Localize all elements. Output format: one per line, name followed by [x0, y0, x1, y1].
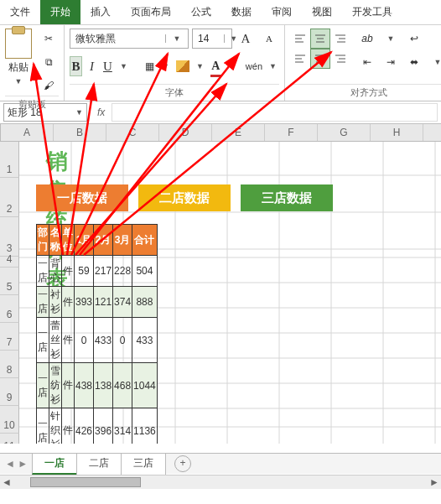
column-header[interactable]: A [1, 124, 54, 141]
chevron-down-icon[interactable]: ▼ [15, 77, 23, 86]
menu-tab[interactable]: 开始 [40, 0, 80, 24]
menu-tab[interactable]: 页面布局 [121, 0, 181, 24]
menu-tab[interactable]: 公式 [181, 0, 221, 24]
table-cell[interactable]: 1136 [132, 408, 158, 444]
table-cell[interactable]: 件 [62, 363, 75, 408]
fill-color-icon[interactable] [175, 56, 190, 76]
row-header[interactable]: 5 [0, 268, 19, 295]
sheet-tab[interactable]: 三店 [121, 453, 166, 475]
decrease-font-icon[interactable]: A [259, 29, 279, 49]
table-cell[interactable]: 314 [113, 408, 132, 444]
increase-font-icon[interactable]: A [236, 29, 256, 49]
table-cell[interactable]: 一店 [37, 256, 49, 287]
menu-tab[interactable]: 审阅 [262, 0, 302, 24]
font-size-combo[interactable]: 14 ▼ [192, 29, 232, 49]
row-header[interactable]: 6 [0, 295, 19, 323]
table-cell[interactable]: 0 [113, 318, 132, 363]
table-cell[interactable]: 一店 [37, 363, 49, 408]
table-cell[interactable]: 件 [62, 318, 75, 363]
table-cell[interactable]: 一店 [37, 287, 49, 318]
sheet-nav[interactable]: ◄ ► [0, 458, 33, 470]
align-top-center[interactable] [310, 29, 330, 49]
table-cell[interactable]: 504 [132, 256, 158, 287]
table-cell[interactable]: 针织衫 [49, 408, 62, 444]
table-cell[interactable]: 396 [94, 408, 113, 444]
row-header[interactable]: 9 [0, 378, 19, 406]
paste-label[interactable]: 粘贴 [8, 61, 29, 73]
table-cell[interactable]: 件 [62, 408, 75, 444]
column-header[interactable]: I [423, 124, 441, 141]
menu-tab[interactable]: 视图 [302, 0, 342, 24]
table-cell[interactable]: 433 [94, 318, 113, 363]
bold-button[interactable]: B [70, 56, 82, 76]
align-bottom-left[interactable] [290, 49, 310, 69]
column-header[interactable]: H [371, 124, 423, 141]
format-painter-icon[interactable]: 🖌 [39, 75, 59, 96]
menu-tab[interactable]: 开发工具 [342, 0, 402, 24]
scroll-right-icon[interactable]: ► [428, 476, 441, 488]
table-cell[interactable]: 件 [62, 287, 75, 318]
chevron-down-icon[interactable]: ▼ [194, 56, 206, 76]
add-sheet-button[interactable]: + [174, 455, 191, 472]
sheet-tab[interactable]: 一店 [32, 453, 77, 475]
column-header[interactable]: G [318, 124, 371, 141]
font-name-combo[interactable]: 微软雅黑 ▼ [70, 29, 189, 49]
table-cell[interactable]: 背心 [49, 256, 62, 287]
table-cell[interactable]: 59 [75, 256, 94, 287]
menu-tab[interactable]: 插入 [80, 0, 121, 24]
decrease-indent-icon[interactable]: ⇤ [357, 52, 377, 72]
row-header[interactable]: 10 [0, 406, 19, 434]
row-header[interactable]: 8 [0, 351, 19, 378]
menu-tab[interactable]: 数据 [221, 0, 262, 24]
merge-center-icon[interactable]: ⬌ [404, 52, 424, 72]
align-bottom-right[interactable] [330, 49, 350, 69]
table-cell[interactable]: 一店 [37, 318, 49, 363]
paste-icon[interactable] [5, 29, 32, 59]
grid-area[interactable]: 1234567891011 销售统计表 一店数据 二店数据 三店数据 部门名称单… [0, 142, 441, 444]
row-header[interactable]: 3 [0, 217, 19, 257]
table-cell[interactable]: 217 [94, 256, 113, 287]
horizontal-scrollbar[interactable]: ◄ ► [0, 475, 441, 489]
button-store-1[interactable]: 一店数据 [36, 184, 128, 211]
row-header[interactable]: 4 [0, 257, 19, 268]
align-bottom-center[interactable] [310, 49, 330, 69]
table-cell[interactable]: 438 [75, 363, 94, 408]
copy-icon[interactable]: ⧉ [39, 52, 59, 72]
chevron-down-icon[interactable]: ▼ [75, 108, 83, 117]
row-header[interactable]: 1 [0, 142, 19, 178]
table-cell[interactable]: 0 [75, 318, 94, 363]
scroll-thumb[interactable] [30, 477, 141, 487]
table-cell[interactable]: 雪纺衫 [49, 363, 62, 408]
row-header[interactable]: 7 [0, 323, 19, 351]
table-cell[interactable]: 888 [132, 287, 158, 318]
align-top-right[interactable] [330, 29, 350, 49]
font-color-icon[interactable]: A [210, 56, 222, 76]
chevron-down-icon[interactable]: ▼ [165, 34, 188, 43]
table-cell[interactable]: 一店 [37, 408, 49, 444]
row-header[interactable]: 2 [0, 178, 19, 217]
button-store-2[interactable]: 二店数据 [138, 184, 231, 211]
chevron-down-icon[interactable]: ▼ [428, 52, 441, 72]
table-cell[interactable]: 228 [113, 256, 132, 287]
phonetic-guide-icon[interactable]: wén [245, 56, 263, 76]
button-store-3[interactable]: 三店数据 [241, 184, 333, 211]
menu-tab[interactable]: 文件 [0, 0, 40, 24]
wrap-text-icon[interactable]: ↩ [404, 29, 424, 49]
chevron-down-icon[interactable]: ▼ [159, 56, 172, 76]
column-header[interactable]: B [54, 124, 106, 141]
table-cell[interactable]: 件 [62, 256, 75, 287]
chevron-down-icon[interactable]: ▼ [226, 56, 238, 76]
align-top-left[interactable] [290, 29, 310, 49]
formula-input[interactable] [112, 103, 438, 122]
scroll-left-icon[interactable]: ◄ [0, 476, 13, 488]
italic-button[interactable]: I [86, 56, 98, 76]
table-cell[interactable]: 衬衫 [49, 287, 62, 318]
table-cell[interactable]: 1044 [132, 363, 158, 408]
row-header[interactable]: 11 [0, 434, 19, 444]
table-cell[interactable]: 121 [94, 287, 113, 318]
column-header[interactable]: C [106, 124, 159, 141]
column-header[interactable]: F [265, 124, 318, 141]
table-cell[interactable]: 138 [94, 363, 113, 408]
table-cell[interactable]: 433 [132, 318, 158, 363]
chevron-down-icon[interactable]: ▼ [381, 29, 401, 49]
